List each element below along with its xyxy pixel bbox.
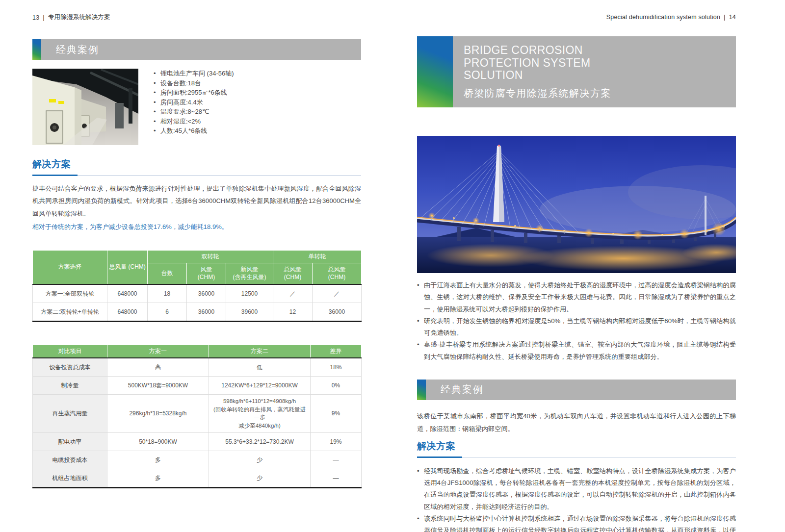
- table-cell: 少: [209, 469, 311, 487]
- table-cell: 12500: [226, 284, 273, 303]
- solution-heading: 解决方案: [32, 158, 361, 171]
- case-paragraph: 该桥位于某城市东南部，桥面平均宽40米，为机动车双向八车道，并设置非机动车道和行…: [417, 410, 736, 436]
- case-spec-list: 锂电池生产车间 (34-56轴) 设备台数:18台 房间面积:2955㎡*6条线…: [153, 69, 234, 145]
- page-header-left: 13 | 专用除湿系统解决方案: [32, 13, 361, 22]
- list-item: 相对湿度:<2%: [153, 117, 234, 127]
- table-cell: 设备投资总成本: [33, 358, 107, 377]
- bridge-photo: [417, 136, 736, 273]
- table-cell: 低: [209, 358, 311, 377]
- yellow-label: [58, 101, 64, 104]
- table-cell: 1242KW*6+129*12=9000KW: [209, 377, 311, 395]
- table-cell: 再生蒸汽用量: [33, 395, 107, 433]
- table-cell: 高: [107, 358, 209, 377]
- table-header-cell: 总风量 (CHM): [273, 263, 313, 284]
- table-row: 电缆投资成本 多 少 —: [33, 451, 362, 469]
- page-left: 13 | 专用除湿系统解决方案 经典案例: [32, 0, 361, 488]
- classic-case-banner-right: 经典案例: [417, 380, 736, 400]
- table-cell: 50*18=900KW: [107, 432, 209, 451]
- bridge-title-banner: BRIDGE CORROSION PROTECTION SYSTEM SOLUT…: [417, 36, 736, 107]
- list-item: 房间高度:4.4米: [153, 98, 234, 107]
- table-cell: 598kg/h*6+110*12=4908kg/h (回收单转轮的再生排风，蒸汽…: [209, 395, 311, 433]
- header-divider: |: [43, 14, 45, 21]
- table-header-cell: 新风量 (含再生风量): [226, 263, 273, 284]
- list-item: 人数:45人*6条线: [153, 126, 234, 136]
- contrast-table: 对比项目 方案一 方案二 差异 设备投资总成本 高 低 18% 制冷量 500K…: [32, 345, 362, 488]
- list-item: 设备台数:18台: [153, 78, 234, 88]
- table-header-cell: 方案二: [209, 345, 311, 358]
- table-header-cell: 对比项目: [33, 345, 107, 358]
- table-cell: 500KW*18套=9000KW: [107, 377, 209, 395]
- table-cell: —: [311, 469, 362, 487]
- table-cell: 多: [107, 469, 209, 487]
- table-row: 制冷量 500KW*18套=9000KW 1242KW*6+129*12=900…: [33, 377, 362, 395]
- table-header-group: 单转轮: [273, 250, 362, 263]
- table-cell: 18%: [311, 358, 362, 377]
- table-cell: 648000: [107, 303, 148, 321]
- factory-photo: [32, 69, 138, 145]
- solution-heading-right: 解决方案: [417, 440, 736, 453]
- list-item: 经我司现场勘查，综合考虑桥址气候环境，主缆、锚室、鞍室结构特点，设计全桥除湿系统…: [417, 465, 736, 513]
- plan-comparison-table: 方案选择 总风量 (CHM) 双转轮 单转轮 台数 风量 (CHM) 新风量 (…: [32, 250, 362, 322]
- solution-paragraph: 捷丰公司结合客户的要求，根据湿负荷来源进行针对性处理，提出了单独除湿机集中处理新…: [32, 182, 361, 220]
- table-header-cell: 方案一: [107, 345, 209, 358]
- table-cell: 9%: [311, 395, 362, 433]
- title-en-line3: SOLUTION: [464, 69, 736, 81]
- banner-title: 经典案例: [426, 380, 736, 400]
- list-item: 该系统同时与大桥监控中心计算机控制系统相连，通过在场设置的除湿数据采集器，将每台…: [417, 513, 736, 532]
- classic-case-banner: 经典案例: [32, 39, 361, 60]
- table-header-cell: 差异: [311, 345, 362, 358]
- table-cell: 36000: [187, 284, 226, 303]
- table-cell: 0%: [311, 377, 362, 395]
- table-cell: 296kg/h*18=5328kg/h: [107, 395, 209, 433]
- page-header-right: Special dehumidification system solution…: [417, 13, 736, 21]
- table-cell: 制冷量: [33, 377, 107, 395]
- solution-list: 经我司现场勘查，综合考虑桥址气候环境，主缆、锚室、鞍室结构特点，设计全桥除湿系统…: [417, 465, 736, 532]
- table-row: 再生蒸汽用量 296kg/h*18=5328kg/h 598kg/h*6+110…: [33, 395, 362, 433]
- table-row: 配电功率 50*18=900KW 55.3*6+33.2*12=730.2KW …: [33, 432, 362, 451]
- table-header-cell: 总风量 (CHM): [313, 263, 362, 284]
- gradient-stripe: [32, 39, 41, 60]
- title-en-line1: BRIDGE CORROSION: [464, 44, 736, 56]
- header-title: Special dehumidification system solution: [606, 14, 720, 21]
- table-cell: 6: [148, 303, 187, 321]
- list-item: 研究表明，开始发生锈蚀的临界相对湿度是50%，当主缆等钢结构内部相对湿度低于60…: [417, 315, 736, 339]
- heading-rule: [32, 175, 361, 176]
- list-item: 嘉盛-捷丰桥梁专用系统解决方案通过控制桥梁主缆、锚室、鞍室内部的大气湿度环境，阻…: [417, 339, 736, 363]
- table-cell: —: [311, 451, 362, 469]
- list-item: 锂电池生产车间 (34-56轴): [153, 69, 234, 78]
- gradient-stripe: [417, 380, 426, 400]
- case-section: 锂电池生产车间 (34-56轴) 设备台数:18台 房间面积:2955㎡*6条线…: [32, 69, 361, 145]
- table-cell: 55.3*6+33.2*12=730.2KW: [209, 432, 311, 451]
- title-zh: 桥梁防腐专用除湿系统解决方案: [464, 87, 736, 100]
- table-cell: 648000: [107, 284, 148, 303]
- table-cell: 36000: [187, 303, 226, 321]
- table-row: 方案一:全部双转轮 648000 18 36000 12500 ／ ／: [33, 284, 362, 303]
- table-cell: 18: [148, 284, 187, 303]
- table-cell: 12: [273, 303, 313, 321]
- table-header-cell: 方案选择: [33, 250, 107, 284]
- table-header-cell: 风量 (CHM): [187, 263, 226, 284]
- solution-note: 相对于传统的方案，为客户减少设备总投资17.6%，减少能耗18.9%。: [32, 221, 361, 233]
- table-cell: 电缆投资成本: [33, 451, 107, 469]
- table-cell: 配电功率: [33, 432, 107, 451]
- table-cell: 机组占地面积: [33, 469, 107, 487]
- page-number: 14: [729, 14, 736, 21]
- gradient-stripe: [417, 36, 453, 107]
- table-cell: 少: [209, 451, 311, 469]
- heading-rule: [417, 457, 736, 457]
- header-title: 专用除湿系统解决方案: [48, 13, 110, 22]
- page-right: Special dehumidification system solution…: [417, 0, 736, 532]
- bridge-intro-list: 由于江海表面上有大量水分的蒸发，使得大桥始终处于极高的湿度环境中，过高的湿度会造…: [417, 279, 736, 363]
- table-cell: ／: [313, 284, 362, 303]
- list-item: 房间面积:2955㎡*6条线: [153, 88, 234, 98]
- table-cell: 39600: [226, 303, 273, 321]
- banner-title: 经典案例: [41, 39, 361, 60]
- table-cell: ／: [273, 284, 313, 303]
- table-row: 方案二:双转轮+单转轮 648000 6 36000 39600 12 3600…: [33, 303, 362, 321]
- title-en-line2: PROTECTION SYSTEM: [464, 56, 736, 69]
- header-divider: |: [724, 13, 726, 21]
- table-header-group: 双转轮: [148, 250, 273, 263]
- yellow-label: [49, 99, 56, 102]
- page-number: 13: [32, 14, 39, 21]
- distant-pylon: [705, 196, 706, 235]
